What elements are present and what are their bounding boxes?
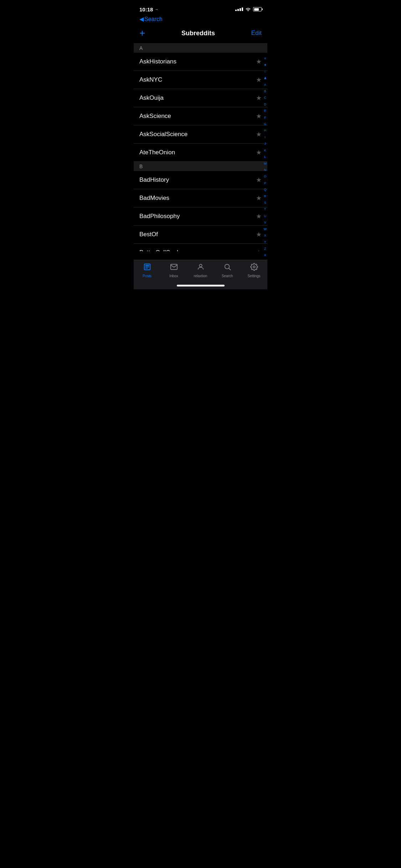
edit-button[interactable]: Edit [251, 30, 262, 37]
list-item[interactable]: AskOuija★ [134, 89, 267, 107]
subreddit-name: BadPhilosophy [139, 213, 180, 220]
index-letter-7[interactable]: D [264, 103, 267, 107]
subreddit-name: AteTheOnion [139, 149, 175, 156]
subreddit-name: AskHistorians [139, 58, 176, 65]
list-item[interactable]: BestOf★ [134, 226, 267, 244]
index-letter-23[interactable]: T [264, 207, 266, 212]
add-button[interactable]: + [139, 28, 145, 38]
subreddit-list: AAskHistorians★AskNYC★AskOuija★AskScienc… [134, 43, 267, 251]
index-letter-1[interactable]: ★ [264, 63, 267, 67]
index-letter-28[interactable]: Y [264, 240, 266, 244]
back-chevron-icon: ◀ [139, 16, 144, 22]
list-item[interactable]: BetterCallSaul★ [134, 244, 267, 251]
index-letter-8[interactable]: E [264, 109, 266, 113]
index-letter-10[interactable]: G [264, 122, 266, 126]
index-letter-18[interactable]: O [264, 175, 266, 179]
svg-point-5 [225, 264, 229, 269]
status-bar: 10:18 → [134, 0, 267, 16]
back-label[interactable]: Search [144, 16, 163, 22]
index-letter-21[interactable]: R [264, 195, 267, 199]
index-letter-17[interactable]: N [264, 168, 267, 172]
status-icons [235, 7, 262, 12]
index-letter-29[interactable]: Z [264, 247, 266, 251]
page-title: Subreddits [181, 30, 215, 37]
star-icon[interactable]: ★ [256, 212, 262, 220]
list-item[interactable]: AskScience★ [134, 107, 267, 125]
posts-icon [143, 263, 151, 273]
section-header-B: B [134, 162, 267, 171]
tab-inbox-label: Inbox [169, 274, 178, 278]
settings-icon [250, 263, 258, 273]
list-item[interactable]: BadHistory★ [134, 171, 267, 189]
index-letter-16[interactable]: M [264, 162, 267, 166]
nav-header: + Subreddits Edit [134, 25, 267, 43]
list-item[interactable]: AteTheOnion★ [134, 144, 267, 162]
index-sidebar: ≡★○♟ABCDEFGHIJKLMNOPQRSTUVWXYZ# [264, 55, 267, 259]
index-letter-9[interactable]: F [264, 116, 266, 120]
index-letter-4[interactable]: A [264, 83, 266, 87]
subreddit-name: AskSocialScience [139, 131, 187, 138]
tab-search[interactable]: Search [214, 263, 241, 278]
index-letter-5[interactable]: B [264, 89, 266, 94]
wifi-icon [245, 7, 251, 12]
index-letter-13[interactable]: J [264, 142, 266, 146]
star-icon[interactable]: ★ [256, 231, 262, 238]
tab-posts-label: Posts [143, 274, 151, 278]
list-item[interactable]: AskHistorians★ [134, 53, 267, 71]
tab-settings-label: Settings [247, 274, 260, 278]
tab-posts[interactable]: Posts [134, 263, 160, 278]
tab-search-label: Search [222, 274, 233, 278]
svg-rect-3 [145, 268, 148, 269]
svg-point-7 [253, 266, 255, 268]
index-letter-27[interactable]: X [264, 234, 266, 238]
index-letter-24[interactable]: U [264, 214, 267, 218]
star-icon[interactable]: ★ [256, 76, 262, 84]
index-letter-20[interactable]: Q [264, 188, 266, 192]
section-header-A: A [134, 43, 267, 53]
back-nav[interactable]: ◀ Search [134, 16, 267, 25]
star-icon[interactable]: ★ [256, 149, 262, 156]
tab-profile-label: relaxtion [194, 274, 207, 278]
tab-profile[interactable]: relaxtion [187, 263, 214, 278]
svg-point-4 [199, 264, 202, 267]
index-letter-11[interactable]: H [264, 129, 267, 133]
index-letter-25[interactable]: V [264, 221, 266, 225]
index-letter-12[interactable]: I [264, 135, 266, 140]
index-letter-26[interactable]: W [264, 227, 267, 232]
star-icon[interactable]: ★ [256, 249, 262, 251]
star-icon[interactable]: ★ [256, 176, 262, 184]
tab-inbox[interactable]: Inbox [160, 263, 187, 278]
subreddit-name: AskOuija [139, 94, 164, 102]
subreddit-name: BadHistory [139, 176, 169, 184]
subreddit-name: AskNYC [139, 76, 162, 83]
list-item[interactable]: AskSocialScience★ [134, 125, 267, 144]
list-item[interactable]: BadMovies★ [134, 189, 267, 207]
status-time: 10:18 → [139, 6, 158, 12]
index-letter-14[interactable]: K [264, 149, 266, 153]
index-letter-0[interactable]: ≡ [264, 57, 266, 61]
subreddit-name: AskScience [139, 113, 171, 120]
location-icon: → [154, 7, 158, 11]
star-icon[interactable]: ★ [256, 130, 262, 138]
svg-rect-2 [145, 267, 149, 267]
list-item[interactable]: BadPhilosophy★ [134, 207, 267, 226]
index-letter-6[interactable]: C [264, 96, 267, 100]
star-icon[interactable]: ★ [256, 194, 262, 202]
index-letter-2[interactable]: ○ [264, 70, 266, 74]
home-indicator [177, 285, 225, 286]
index-letter-15[interactable]: L [264, 155, 266, 159]
svg-rect-1 [145, 265, 149, 266]
subreddit-name: BadMovies [139, 195, 169, 202]
search-icon [223, 263, 231, 273]
tab-settings[interactable]: Settings [241, 263, 267, 278]
subreddit-name: BetterCallSaul [139, 249, 178, 251]
subreddit-name: BestOf [139, 231, 158, 238]
index-letter-19[interactable]: P [264, 181, 266, 186]
star-icon[interactable]: ★ [256, 58, 262, 66]
index-letter-3[interactable]: ♟ [264, 76, 267, 81]
index-letter-22[interactable]: S [264, 201, 266, 205]
star-icon[interactable]: ★ [256, 112, 262, 120]
star-icon[interactable]: ★ [256, 94, 262, 102]
index-letter-30[interactable]: # [264, 253, 266, 258]
list-item[interactable]: AskNYC★ [134, 71, 267, 89]
